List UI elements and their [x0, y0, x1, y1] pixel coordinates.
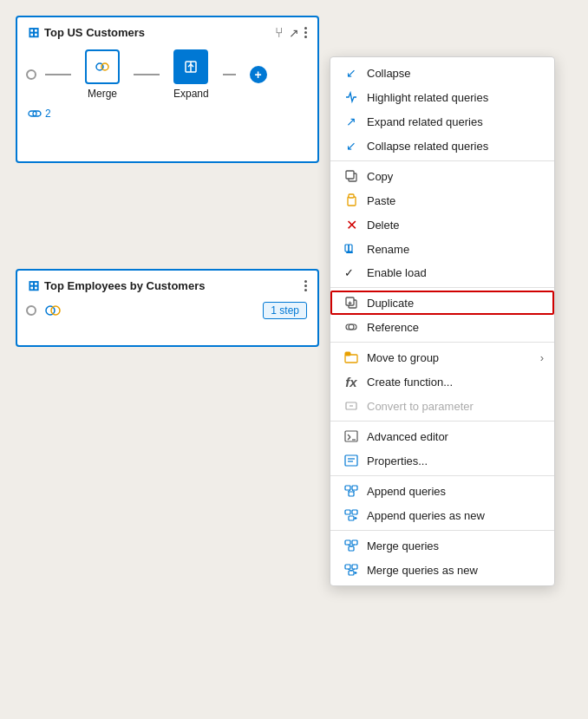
menu-item-delete[interactable]: ✕ Delete [330, 212, 554, 237]
menu-label-rename: Rename [367, 243, 409, 256]
highlight-icon [344, 90, 358, 104]
menu-label-reference: Reference [367, 321, 419, 334]
merge-step[interactable]: Merge [85, 49, 120, 100]
menu-label-properties: Properties... [367, 454, 428, 467]
menu-item-move-to-group[interactable]: Move to group › [330, 345, 554, 369]
menu-item-advanced-editor[interactable]: Advanced editor [330, 424, 554, 448]
separator-6 [330, 530, 554, 531]
expand-step[interactable]: Expand [173, 49, 209, 100]
menu-label-move-to-group: Move to group [367, 351, 439, 364]
menu-label-merge-queries: Merge queries [367, 539, 439, 552]
bottom-input-node [26, 305, 36, 316]
paste-icon [344, 193, 358, 207]
append-queries-new-icon [344, 508, 358, 522]
table-icon-bottom: ⊞ [28, 278, 39, 294]
svg-point-1 [101, 63, 108, 70]
svg-rect-32 [349, 492, 354, 496]
separator-3 [330, 342, 554, 343]
menu-label-highlight: Highlight related queries [367, 91, 488, 104]
create-function-icon: fx [344, 375, 358, 389]
link-icon [28, 107, 42, 121]
menu-item-copy[interactable]: Copy [330, 164, 554, 188]
menu-item-expand-related[interactable]: ↗ Expand related queries [330, 109, 554, 134]
copy-icon [344, 169, 358, 183]
menu-item-reference[interactable]: Reference [330, 315, 554, 339]
input-node [26, 69, 36, 80]
menu-label-append-queries-new: Append queries as new [367, 509, 485, 522]
merge-queries-icon [344, 539, 358, 552]
menu-item-merge-queries[interactable]: Merge queries [330, 533, 554, 558]
svg-rect-41 [352, 540, 357, 545]
submenu-arrow: › [540, 351, 544, 364]
separator-1 [330, 160, 554, 161]
menu-item-highlight[interactable]: Highlight related queries [330, 85, 554, 109]
connector2 [134, 74, 160, 75]
separator-2 [330, 287, 554, 288]
menu-label-collapse: Collapse [367, 67, 411, 80]
merge-queries-new-icon [344, 563, 358, 577]
svg-rect-37 [349, 516, 354, 520]
menu-item-paste[interactable]: Paste [330, 188, 554, 212]
svg-rect-20 [345, 352, 350, 356]
menu-label-merge-queries-new: Merge queries as new [367, 564, 478, 577]
menu-item-collapse-related[interactable]: ↙ Collapse related queries [330, 134, 554, 158]
checkmark-icon: ✓ [344, 266, 358, 279]
connector3 [223, 74, 236, 75]
menu-item-duplicate[interactable]: Duplicate [330, 291, 554, 315]
svg-rect-9 [346, 171, 354, 179]
bottom-card-title: Top Employees by Customers [44, 279, 205, 292]
move-to-group-icon [344, 350, 358, 364]
svg-rect-35 [345, 510, 350, 514]
connector [45, 74, 71, 75]
menu-label-create-function: Create function... [367, 376, 453, 389]
menu-label-delete: Delete [367, 219, 400, 232]
link-count-value: 2 [45, 108, 51, 120]
svg-rect-45 [345, 565, 350, 569]
collapse-related-icon: ↙ [344, 139, 358, 153]
menu-item-rename[interactable]: Rename [330, 237, 554, 261]
svg-rect-36 [352, 510, 357, 514]
rename-icon [344, 242, 358, 256]
link-count-area: 2 [28, 107, 307, 121]
table-icon: ⊞ [28, 24, 39, 41]
menu-label-paste: Paste [367, 194, 395, 207]
top-query-card: ⊞ Top US Customers ⑂ ↗ Merge [16, 16, 319, 163]
svg-rect-31 [352, 486, 357, 490]
merge-step-icon [95, 59, 110, 75]
menu-label-expand-related: Expand related queries [367, 115, 483, 128]
menu-item-append-queries[interactable]: Append queries [330, 479, 554, 503]
menu-item-enable-load[interactable]: ✓ Enable load [330, 261, 554, 284]
more-options-button[interactable] [304, 27, 307, 38]
expand-related-icon: ↗ [344, 114, 358, 128]
merge-label: Merge [88, 88, 117, 100]
svg-rect-46 [352, 565, 357, 569]
svg-rect-11 [349, 194, 354, 198]
svg-line-24 [348, 435, 350, 437]
bottom-more-options-button[interactable] [304, 280, 307, 291]
menu-item-collapse[interactable]: ↙ Collapse [330, 61, 554, 85]
convert-to-parameter-icon [344, 399, 358, 413]
menu-label-duplicate: Duplicate [367, 297, 414, 310]
append-queries-icon [344, 484, 358, 498]
menu-item-properties[interactable]: Properties... [330, 448, 554, 473]
expand-step-icon [183, 59, 199, 75]
menu-item-append-queries-new[interactable]: Append queries as new [330, 503, 554, 527]
separator-5 [330, 475, 554, 476]
add-step-button[interactable]: + [250, 66, 267, 83]
context-menu: ↙ Collapse Highlight related queries ↗ E… [330, 56, 555, 586]
svg-line-25 [348, 437, 350, 440]
expand-icon[interactable]: ↗ [289, 26, 299, 40]
step-badge: 1 step [263, 302, 307, 319]
menu-item-create-function[interactable]: fx Create function... [330, 369, 554, 394]
menu-label-convert-to-parameter: Convert to parameter [367, 400, 474, 413]
menu-item-convert-to-parameter: Convert to parameter [330, 394, 554, 418]
duplicate-icon [344, 296, 358, 310]
expand-label: Expand [173, 88, 209, 100]
menu-label-advanced-editor: Advanced editor [367, 430, 448, 443]
menu-label-append-queries: Append queries [367, 485, 446, 498]
menu-label-enable-load: Enable load [367, 266, 427, 279]
branch-icon[interactable]: ⑂ [275, 25, 284, 41]
menu-item-merge-queries-new[interactable]: Merge queries as new [330, 558, 554, 582]
svg-rect-13 [345, 245, 349, 252]
svg-rect-27 [345, 455, 357, 466]
